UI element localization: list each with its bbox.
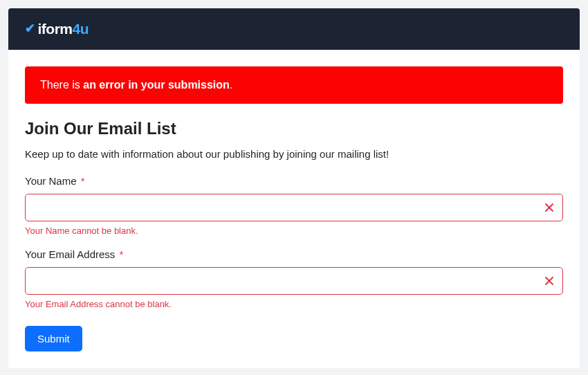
email-label-text: Your Email Address [25, 248, 115, 260]
name-input[interactable] [25, 194, 563, 221]
name-label: Your Name * [25, 175, 563, 187]
email-input[interactable] [25, 267, 563, 295]
brand-logo: ✔ iform4u [25, 21, 89, 37]
page-title: Join Our Email List [25, 119, 563, 138]
content-area: There is an error in your submission. Jo… [8, 50, 580, 368]
email-required-mark: * [120, 248, 124, 260]
name-label-text: Your Name [25, 175, 77, 187]
alert-suffix: . [230, 79, 232, 91]
brand-part1: iform [38, 21, 73, 37]
page-card: ✔ iform4u There is an error in your subm… [8, 8, 580, 368]
email-error-msg: Your Email Address cannot be blank. [25, 299, 563, 309]
brand-part2: 4u [73, 21, 89, 37]
check-icon: ✔ [25, 21, 35, 36]
alert-bold: an error in your submission [83, 79, 230, 91]
error-alert: There is an error in your submission. [25, 66, 563, 104]
alert-prefix: There is [40, 79, 83, 91]
name-error-msg: Your Name cannot be blank. [25, 226, 563, 236]
name-required-mark: * [81, 175, 85, 187]
submit-button[interactable]: Submit [25, 326, 82, 351]
email-input-wrap [25, 267, 563, 295]
email-label: Your Email Address * [25, 248, 563, 260]
header: ✔ iform4u [8, 8, 580, 50]
email-field-group: Your Email Address * Your Email Address … [25, 248, 563, 309]
page-subtitle: Keep up to date with information about o… [25, 148, 563, 160]
name-field-group: Your Name * Your Name cannot be blank. [25, 175, 563, 236]
name-input-wrap [25, 194, 563, 221]
